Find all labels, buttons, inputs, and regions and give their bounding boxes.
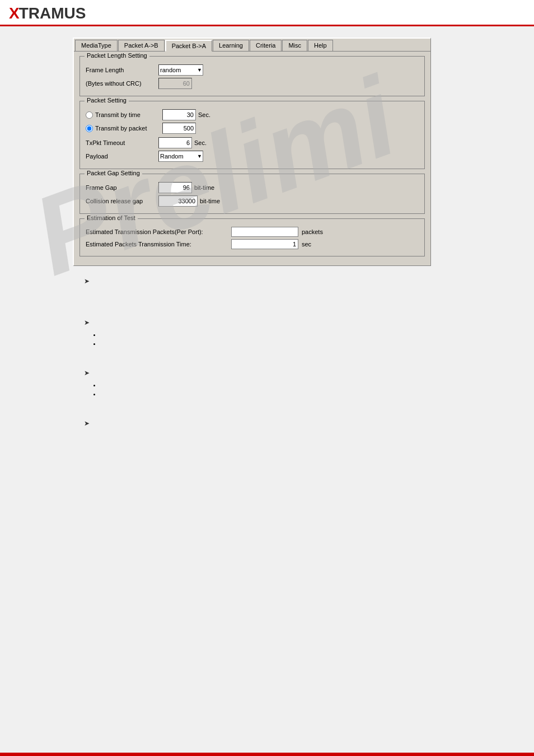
bullet-item-4 xyxy=(101,390,461,397)
payload-select[interactable]: Random All 0 All 1 01010101 xyxy=(158,151,203,162)
est-packets-row: Estimated Transmission Packets(Per Port)… xyxy=(86,227,419,237)
tab-help[interactable]: Help xyxy=(308,40,333,51)
arrow-bullet-1: ➤ xyxy=(84,277,461,285)
transmit-time-row: Transmit by time Sec. xyxy=(86,109,419,120)
frame-gap-row: Frame Gap bit-time xyxy=(86,182,419,193)
payload-label: Payload xyxy=(86,153,158,160)
tab-bar: MediaType Packet A->B Packet B->A Learni… xyxy=(74,39,430,52)
frame-length-row: Frame Length random 64 128 256 512 1024 … xyxy=(86,64,419,76)
arrow-icon-3: ➤ xyxy=(84,369,90,377)
transmit-time-unit: Sec. xyxy=(198,111,210,118)
bullet-item-3 xyxy=(101,381,461,388)
est-time-row: Estimated Packets Transmission Time: 1 s… xyxy=(86,239,419,249)
collision-release-label: Collision release gap xyxy=(86,198,158,204)
packet-setting-legend: Packet Setting xyxy=(85,97,129,104)
est-time-value: 1 xyxy=(231,239,298,249)
bytes-crc-row: (Bytes without CRC) xyxy=(86,78,419,89)
frame-length-select[interactable]: random 64 128 256 512 1024 1280 1518 xyxy=(158,64,203,76)
bullet-item-1 xyxy=(101,331,461,338)
arrow-section-1: ➤ xyxy=(73,277,461,285)
footer-bar xyxy=(0,753,534,756)
transmit-time-input[interactable] xyxy=(162,109,196,120)
transmit-packet-row: Transmit by packet xyxy=(86,123,419,134)
arrow-icon-2: ➤ xyxy=(84,319,90,326)
transmit-packet-radio[interactable] xyxy=(86,125,93,132)
frame-length-label: Frame Length xyxy=(86,67,158,73)
collision-release-input[interactable] xyxy=(158,195,198,207)
bytes-crc-label: (Bytes without CRC) xyxy=(86,80,158,87)
estimation-section: Estimation of Test Estimated Transmissio… xyxy=(79,218,425,256)
txpkt-timeout-input[interactable] xyxy=(158,137,192,148)
collision-release-unit: bit-time xyxy=(200,198,220,204)
transmit-packet-input[interactable] xyxy=(162,123,196,134)
payload-select-wrapper: Random All 0 All 1 01010101 ▼ xyxy=(158,151,203,162)
est-packets-unit: packets xyxy=(302,228,323,235)
txpkt-timeout-unit: Sec. xyxy=(194,139,207,146)
packet-gap-legend: Packet Gap Setting xyxy=(85,170,142,176)
estimation-legend: Estimation of Test xyxy=(85,214,138,221)
transmit-time-label: Transmit by time xyxy=(95,111,162,118)
tab-mediatype[interactable]: MediaType xyxy=(75,40,118,51)
logo-rest: TRAMUS xyxy=(19,4,86,22)
bullet-item-2 xyxy=(101,340,461,347)
packet-gap-section: Packet Gap Setting Frame Gap bit-time Co… xyxy=(79,174,425,214)
tab-learning[interactable]: Learning xyxy=(213,40,249,51)
tab-packet-ba[interactable]: Packet B->A xyxy=(165,40,212,52)
bullet-list-1 xyxy=(84,331,461,347)
est-packets-label: Estimated Transmission Packets(Per Port)… xyxy=(86,228,231,235)
arrow-bullet-3: ➤ xyxy=(84,369,461,377)
packet-length-legend: Packet Length Setting xyxy=(85,52,149,59)
arrow-bullet-4: ➤ xyxy=(84,419,461,427)
arrow-section-3: ➤ xyxy=(73,369,461,397)
arrow-section-2: ➤ xyxy=(73,319,461,347)
frame-gap-label: Frame Gap xyxy=(86,184,158,191)
dialog: MediaType Packet A->B Packet B->A Learni… xyxy=(73,38,431,266)
collision-release-row: Collision release gap bit-time xyxy=(86,195,419,207)
bytes-crc-input[interactable] xyxy=(158,78,192,89)
arrow-icon-4: ➤ xyxy=(84,419,90,427)
est-packets-value xyxy=(231,227,298,237)
arrow-bullet-2: ➤ xyxy=(84,319,461,326)
logo-x: X xyxy=(9,4,19,22)
frame-length-select-wrapper: random 64 128 256 512 1024 1280 1518 ▼ xyxy=(158,64,203,76)
txpkt-timeout-label: TxPkt Timeout xyxy=(86,139,158,146)
payload-row: Payload Random All 0 All 1 01010101 ▼ xyxy=(86,151,419,162)
tab-misc[interactable]: Misc xyxy=(282,40,307,51)
frame-gap-unit: bit-time xyxy=(194,184,214,191)
dialog-body: Packet Length Setting Frame Length rando… xyxy=(74,52,430,265)
packet-length-section: Packet Length Setting Frame Length rando… xyxy=(79,56,425,96)
arrow-section-4: ➤ xyxy=(73,419,461,427)
main-content: MediaType Packet A->B Packet B->A Learni… xyxy=(0,26,534,447)
transmit-time-radio[interactable] xyxy=(86,111,93,119)
est-time-unit: sec xyxy=(302,241,311,248)
frame-gap-input[interactable] xyxy=(158,182,192,193)
packet-setting-section: Packet Setting Transmit by time Sec. Tra… xyxy=(79,101,425,169)
transmit-packet-label: Transmit by packet xyxy=(95,125,162,132)
tab-criteria[interactable]: Criteria xyxy=(250,40,282,51)
header: XTRAMUS xyxy=(0,0,534,26)
est-time-label: Estimated Packets Transmission Time: xyxy=(86,241,231,248)
tab-packet-ab[interactable]: Packet A->B xyxy=(118,40,165,51)
bullet-list-2 xyxy=(84,381,461,397)
txpkt-timeout-row: TxPkt Timeout Sec. xyxy=(86,137,419,148)
arrow-icon-1: ➤ xyxy=(84,277,90,285)
